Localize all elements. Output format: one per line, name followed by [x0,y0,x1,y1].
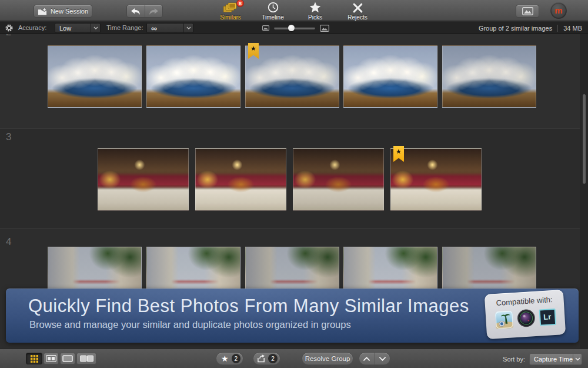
tab-timeline-label: Timeline [262,14,283,21]
photo-thumbnail[interactable]: ★ [390,148,482,211]
pick-star-badge: ★ [248,43,259,59]
tab-picks[interactable]: Picks [300,1,330,21]
single-pane-icon [62,355,73,362]
top-toolbar: New Session [0,0,588,21]
chevron-down-icon [573,354,582,364]
group-number-label: 3 [6,131,11,143]
group-info-text: Group of 2 similar images [479,25,552,32]
clock-icon [268,2,279,13]
accuracy-dropdown[interactable]: Low [55,23,101,33]
chevron-up-icon [363,357,370,361]
promo-banner: Quickly Find Best Photos From Many Simil… [6,289,579,343]
chevron-down-icon [183,24,193,32]
compatible-label: Compatible with: [496,295,553,307]
view-mode-buttons [26,353,96,364]
grid-view-button[interactable] [26,353,42,364]
photo-group-row: 3★ [0,128,588,228]
compare-pane-icon [80,355,93,362]
photo-groups: 43★2★ Quickly Find Best Photos From Many… [0,34,588,349]
divider [557,25,558,32]
tab-timeline[interactable]: Timeline [258,1,288,21]
photo-thumbnail[interactable] [98,148,189,211]
accuracy-value: Low [55,25,91,32]
chevron-down-icon [91,24,100,32]
filter-bar: Accuracy: Low Time Range: ∞ [0,22,588,34]
photo-thumbnail[interactable] [442,45,536,108]
export-icon [257,354,266,363]
photo-thumbnail[interactable] [146,45,240,108]
tab-similars[interactable]: 8 Similars [215,1,246,21]
infinity-value: ∞ [147,25,183,31]
aperture-icon [516,309,536,328]
previous-group-button[interactable] [359,353,375,364]
large-photo-icon[interactable] [320,25,329,32]
picks-count: 2 [232,354,240,363]
zoom-slider-thumb[interactable] [288,25,295,31]
time-range-label: Time Range: [106,24,143,31]
exports-count: 2 [268,354,278,363]
compare-view-button[interactable] [76,353,96,364]
scrollbar-track[interactable] [580,34,588,349]
group-number-label: 2 [6,34,11,38]
star-icon: ★ [221,354,229,363]
image-viewer-button[interactable] [516,5,539,18]
scrollbar-thumb[interactable] [583,94,586,184]
zoom-slider[interactable] [274,27,315,29]
x-icon [353,3,363,13]
iphoto-icon [495,310,513,329]
photo-thumbnail[interactable] [48,45,142,108]
picks-count-pill[interactable]: ★ 2 [216,352,243,365]
lightroom-label: Lr [543,312,552,321]
app-logo-letter: m [554,5,562,15]
photo-manager-window: New Session [0,0,588,368]
group-number-label: 4 [6,236,11,248]
tab-picks-label: Picks [308,14,322,21]
banner-title: Quickly Find Best Photos From Many Simil… [28,296,469,317]
photo-group-row: 2★ [0,34,588,128]
sort-dropdown[interactable]: Capture Time [529,353,582,365]
app-logo[interactable]: m [550,2,567,19]
group-info: Group of 2 similar images 34 MB [479,22,582,34]
gear-icon[interactable] [5,24,14,32]
next-group-button[interactable] [375,353,390,364]
group-size-text: 34 MB [563,25,582,32]
photo-thumbnail[interactable]: ★ [245,45,339,108]
tab-rejects[interactable]: Rejects [342,1,373,21]
tab-rejects-label: Rejects [348,14,367,21]
similars-count-badge: 8 [236,0,244,7]
lightroom-icon: Lr [539,308,556,326]
sort-by-label: Sort by: [503,356,525,363]
photo-thumbnail[interactable] [195,148,286,211]
banner-subtitle: Browse and manage your similar and dupli… [29,319,351,330]
photo-icon [522,7,533,15]
star-icon [309,2,321,13]
photo-thumbnail[interactable] [293,148,384,211]
thumbnail-size-control [262,22,329,34]
group-nav-buttons [359,352,390,365]
tab-similars-label: Similars [220,14,241,21]
similars-stack-icon [223,2,238,13]
photo-thumbnail[interactable] [343,45,437,108]
resolve-group-label: Resolve Group [305,355,350,362]
sort-value: Capture Time [530,356,573,363]
split-pane-icon [46,355,56,362]
split-view-button[interactable] [44,353,59,364]
grid-icon [31,355,38,363]
time-range-dropdown[interactable]: ∞ [146,23,193,33]
bottom-toolbar: ★ 2 2 Resolve Group [0,349,588,368]
exports-count-pill[interactable]: 2 [253,352,280,365]
mode-tabs: 8 Similars Timeline [0,1,588,21]
compatible-card: Compatible with: [485,290,566,339]
sort-zone: Sort by: Capture Time [503,349,582,368]
pick-star-badge: ★ [393,146,404,162]
accuracy-label: Accuracy: [18,24,46,31]
resolve-group-button[interactable]: Resolve Group [302,352,353,365]
small-photo-icon[interactable] [262,25,269,31]
chevron-down-icon [379,357,386,361]
single-view-button[interactable] [60,353,75,364]
